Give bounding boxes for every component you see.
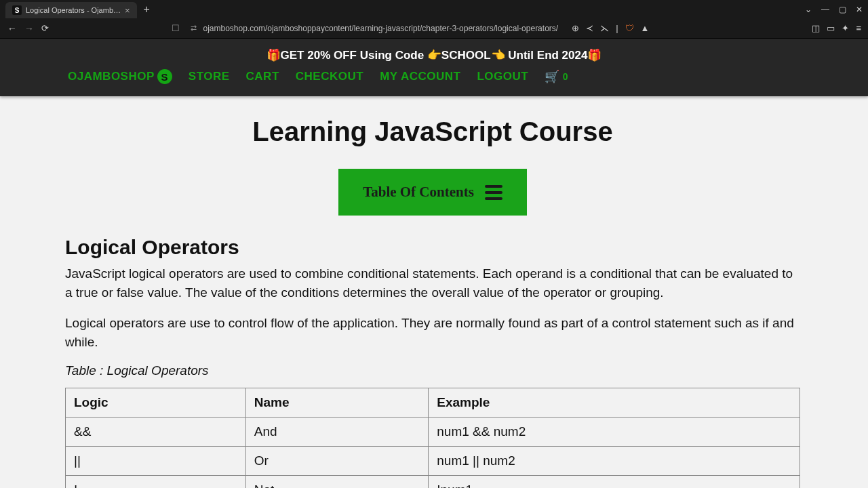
- cell-name: Or: [245, 447, 429, 476]
- nav-brand[interactable]: OJAMBOSHOP S: [68, 69, 172, 84]
- brand-text: OJAMBOSHOP: [68, 70, 155, 83]
- table-of-contents-button[interactable]: Table Of Contents: [338, 169, 527, 216]
- paragraph-2: Logical operators are use to control flo…: [65, 314, 800, 351]
- nav-cart-icon-link[interactable]: 🛒0: [545, 69, 568, 84]
- cell-example: !num1: [429, 476, 800, 488]
- cell-example: num1 || num2: [429, 447, 800, 476]
- reader-icon[interactable]: ▭: [827, 23, 835, 33]
- forward-button[interactable]: →: [24, 23, 34, 34]
- nav-cart[interactable]: CART: [246, 70, 279, 83]
- cell-example: num1 && num2: [429, 418, 800, 447]
- nav-my-account[interactable]: MY ACCOUNT: [380, 70, 460, 83]
- cell-logic: &&: [66, 418, 246, 447]
- cell-name: And: [245, 418, 429, 447]
- share-icon[interactable]: ≺: [586, 23, 593, 33]
- site-header: 🎁GET 20% OFF Using Code 👉SCHOOL👈 Until E…: [0, 39, 868, 96]
- cell-logic: ||: [66, 447, 246, 476]
- sidebar-icon[interactable]: ◫: [812, 23, 820, 33]
- site-info-icon[interactable]: ⇄: [191, 24, 197, 33]
- brand-logo-icon: S: [157, 69, 172, 84]
- browser-tab[interactable]: S Logical Operators - Ojamb… ×: [5, 2, 137, 18]
- back-button[interactable]: ←: [7, 23, 17, 34]
- toc-label: Table Of Contents: [363, 184, 474, 201]
- cart-count: 0: [563, 71, 568, 82]
- shield-icon[interactable]: 🛡: [625, 23, 634, 33]
- operators-table: Logic Name Example && And num1 && num2 |…: [65, 388, 800, 488]
- main-content: Learning JavaScript Course Table Of Cont…: [0, 96, 868, 488]
- table-header-row: Logic Name Example: [66, 388, 800, 418]
- chevron-down-icon[interactable]: ⌄: [805, 5, 812, 14]
- tab-favicon: S: [12, 5, 22, 15]
- bookmark-icon[interactable]: ☐: [172, 23, 180, 33]
- th-logic: Logic: [66, 388, 246, 418]
- new-tab-button[interactable]: +: [144, 3, 150, 16]
- close-icon[interactable]: ✕: [856, 5, 863, 14]
- browser-titlebar: S Logical Operators - Ojamb… × + ⌄ — ▢ ✕: [0, 0, 868, 18]
- window-controls: ⌄ — ▢ ✕: [805, 5, 863, 14]
- main-nav: OJAMBOSHOP S STORE CART CHECKOUT MY ACCO…: [0, 69, 868, 84]
- th-name: Name: [245, 388, 429, 418]
- divider: |: [616, 23, 618, 33]
- course-title: Learning JavaScript Course: [65, 117, 800, 147]
- tab-close-icon[interactable]: ×: [125, 5, 130, 16]
- th-example: Example: [429, 388, 800, 418]
- zoom-icon[interactable]: ⊕: [572, 23, 579, 33]
- reload-button[interactable]: ⟳: [41, 23, 49, 33]
- cell-name: Not: [245, 476, 429, 488]
- table-row: && And num1 && num2: [66, 418, 800, 447]
- sparkle-icon[interactable]: ✦: [842, 23, 849, 33]
- table-row: || Or num1 || num2: [66, 447, 800, 476]
- warning-icon[interactable]: ▲: [641, 23, 650, 33]
- hamburger-icon: [485, 185, 502, 200]
- cell-logic: !: [66, 476, 246, 488]
- section-title: Logical Operators: [65, 236, 800, 259]
- url-text[interactable]: ojamboshop.com/ojamboshoppaycontent/lear…: [203, 24, 559, 33]
- rss-icon[interactable]: ⋋: [600, 23, 609, 33]
- paragraph-1: JavaScript logical operators are used to…: [65, 264, 800, 302]
- page-viewport: 🎁GET 20% OFF Using Code 👉SCHOOL👈 Until E…: [0, 39, 868, 488]
- nav-store[interactable]: STORE: [189, 70, 230, 83]
- maximize-icon[interactable]: ▢: [839, 5, 846, 14]
- menu-icon[interactable]: ≡: [856, 23, 861, 33]
- tab-title: Logical Operators - Ojamb…: [26, 6, 121, 14]
- table-row: ! Not !num1: [66, 476, 800, 488]
- browser-addressbar: ← → ⟳ ☐ ⇄ ojamboshop.com/ojamboshoppayco…: [0, 18, 868, 39]
- promo-banner: 🎁GET 20% OFF Using Code 👉SCHOOL👈 Until E…: [0, 44, 868, 69]
- nav-logout[interactable]: LOGOUT: [477, 70, 528, 83]
- minimize-icon[interactable]: —: [821, 5, 829, 14]
- cart-icon: 🛒: [545, 69, 560, 84]
- table-caption: Table : Logical Operators: [65, 363, 800, 378]
- nav-checkout[interactable]: CHECKOUT: [296, 70, 363, 83]
